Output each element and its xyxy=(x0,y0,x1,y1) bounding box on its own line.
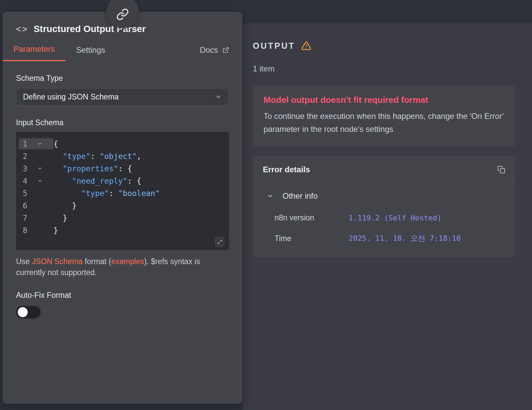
code-line[interactable]: 5 "type": "boolean" xyxy=(16,187,229,199)
line-number: 4 xyxy=(23,177,37,185)
code-line[interactable]: 1{ xyxy=(16,138,229,150)
error-detail-row: n8n version1.119.2 (Self Hosted) xyxy=(275,208,489,228)
link-icon xyxy=(116,8,129,21)
schema-type-select[interactable]: Define using JSON Schema xyxy=(16,88,229,106)
code-lines: 1{2 "type": "object",3 "properties": {4 … xyxy=(16,138,229,236)
editor-gutter: 2 xyxy=(16,151,53,162)
expand-editor-button[interactable] xyxy=(215,237,224,247)
schema-hint: Use JSON Schema format (examples). $refs… xyxy=(16,256,229,278)
detail-label: n8n version xyxy=(275,213,349,222)
error-detail-row: Time2025. 11. 18. 오전 7:18:10 xyxy=(275,228,489,249)
docs-link[interactable]: Docs xyxy=(200,45,229,61)
detail-value: 2025. 11. 18. 오전 7:18:10 xyxy=(349,233,461,243)
external-link-icon xyxy=(222,47,229,53)
error-detail-rows: n8n version1.119.2 (Self Hosted)Time2025… xyxy=(275,208,489,249)
warning-triangle-icon[interactable] xyxy=(301,41,311,51)
tab-parameters[interactable]: Parameters xyxy=(3,44,65,61)
editor-gutter: 8 xyxy=(16,225,53,236)
code-line[interactable]: 4 "need_reply": { xyxy=(16,175,229,187)
code-text: } xyxy=(53,226,58,235)
line-number: 3 xyxy=(23,164,37,173)
node-settings-panel: <> Structured Output Parser Parameters S… xyxy=(3,12,242,404)
tabs-bar: Parameters Settings Docs xyxy=(3,42,242,61)
hint-text-1: Use xyxy=(16,257,32,266)
code-text: "type": "object", xyxy=(53,152,141,161)
editor-gutter: 5 xyxy=(16,188,53,199)
line-number: 1 xyxy=(23,140,37,148)
code-text: "properties": { xyxy=(53,164,132,173)
schema-type-value: Define using JSON Schema xyxy=(23,92,119,101)
line-number: 5 xyxy=(23,189,37,198)
editor-gutter: 1 xyxy=(19,138,53,149)
fold-chevron-icon[interactable] xyxy=(37,166,46,171)
output-items-count: 1 item xyxy=(253,64,515,73)
error-description: To continue the execution when this happ… xyxy=(263,110,505,136)
json-schema-editor[interactable]: 1{2 "type": "object",3 "properties": {4 … xyxy=(16,132,229,250)
line-number: 6 xyxy=(23,201,37,210)
schema-type-label: Schema Type xyxy=(16,74,229,83)
autofix-label: Auto-Fix Format xyxy=(16,291,229,300)
hint-text-2: format ( xyxy=(82,257,111,266)
toggle-knob xyxy=(18,307,28,317)
error-details-header: Error details xyxy=(253,156,515,182)
editor-gutter: 4 xyxy=(16,175,53,186)
code-line[interactable]: 6 } xyxy=(16,199,229,212)
output-panel: OUTPUT 1 item Model output doesn't fit r… xyxy=(243,23,532,410)
tab-settings[interactable]: Settings xyxy=(65,45,116,61)
code-text: "need_reply": { xyxy=(53,177,141,185)
other-info-toggle[interactable]: Other info xyxy=(253,182,515,205)
code-line[interactable]: 8} xyxy=(16,224,229,236)
code-line[interactable]: 2 "type": "object", xyxy=(16,150,229,162)
examples-link[interactable]: examples xyxy=(111,257,144,266)
code-line[interactable]: 7 } xyxy=(16,212,229,224)
chevron-down-icon xyxy=(267,193,274,199)
output-header: OUTPUT xyxy=(253,41,515,51)
code-text: } xyxy=(53,214,67,222)
fold-chevron-icon[interactable] xyxy=(37,141,46,146)
code-text: "type": "boolean" xyxy=(53,189,160,198)
editor-gutter: 7 xyxy=(16,212,53,223)
error-details-title: Error details xyxy=(263,165,310,174)
docs-label: Docs xyxy=(200,45,218,55)
chevron-down-icon xyxy=(215,93,222,100)
error-message-box: Model output doesn't fit required format… xyxy=(253,86,515,146)
other-info-label: Other info xyxy=(283,191,318,201)
line-number: 8 xyxy=(23,226,37,235)
detail-label: Time xyxy=(275,234,349,243)
line-number: 2 xyxy=(23,152,37,161)
error-title: Model output doesn't fit required format xyxy=(263,95,505,105)
json-schema-link[interactable]: JSON Schema xyxy=(32,257,82,266)
input-schema-label: Input Schema xyxy=(16,118,229,127)
editor-gutter: 3 xyxy=(16,163,53,174)
line-number: 7 xyxy=(23,214,37,222)
detail-value: 1.119.2 (Self Hosted) xyxy=(349,214,441,222)
code-line[interactable]: 3 "properties": { xyxy=(16,162,229,175)
editor-gutter: 6 xyxy=(16,200,53,211)
error-details-box: Error details Other info n8n version1.11… xyxy=(253,156,515,257)
code-text: } xyxy=(53,201,76,210)
panel-body: Schema Type Define using JSON Schema Inp… xyxy=(3,74,242,319)
code-brackets-icon: <> xyxy=(16,24,28,34)
output-title: OUTPUT xyxy=(253,41,295,51)
autofix-toggle[interactable] xyxy=(16,306,41,319)
code-text: { xyxy=(53,140,58,148)
fold-chevron-icon[interactable] xyxy=(37,178,46,183)
copy-icon[interactable] xyxy=(497,166,505,174)
